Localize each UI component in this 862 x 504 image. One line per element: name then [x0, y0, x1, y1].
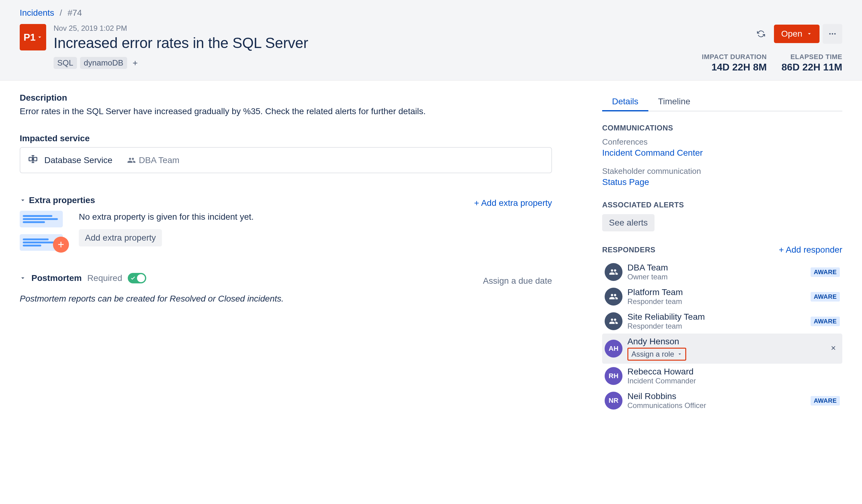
tag[interactable]: SQL [54, 57, 77, 69]
more-actions-button[interactable] [823, 24, 842, 44]
more-horizontal-icon [828, 29, 837, 38]
svg-point-2 [834, 33, 836, 35]
service-icon [28, 154, 38, 167]
elapsed-time-value: 86D 22H 11M [782, 62, 842, 73]
communications-heading: COMMUNICATIONS [602, 124, 842, 132]
responder-row[interactable]: NRNeil RobbinsCommunications OfficerAWAR… [602, 388, 842, 413]
responder-name: Andy Henson [627, 336, 840, 346]
associated-alerts-heading: ASSOCIATED ALERTS [602, 201, 842, 209]
breadcrumb-root[interactable]: Incidents [20, 8, 54, 17]
extra-properties-heading: Extra properties [29, 195, 95, 205]
incident-timestamp: Nov 25, 2019 1:02 PM [54, 24, 694, 32]
status-badge: AWARE [811, 396, 840, 406]
close-icon [830, 345, 837, 352]
responder-role: Responder team [627, 297, 806, 306]
responder-row[interactable]: DBA TeamOwner teamAWARE [602, 260, 842, 284]
service-team: DBA Team [139, 155, 180, 165]
chevron-down-icon[interactable] [20, 275, 26, 281]
postmortem-required-toggle[interactable] [128, 273, 146, 283]
user-avatar: NR [605, 392, 623, 410]
breadcrumb-id: #74 [67, 8, 82, 17]
status-badge: AWARE [811, 317, 840, 326]
user-avatar: RH [605, 367, 623, 385]
responder-name: DBA Team [627, 263, 806, 273]
check-icon [130, 275, 136, 281]
responder-row[interactable]: Platform TeamResponder teamAWARE [602, 284, 842, 309]
user-avatar: AH [605, 340, 623, 358]
refresh-icon [757, 30, 765, 38]
elapsed-time-label: ELAPSED TIME [782, 53, 842, 61]
stakeholder-label: Stakeholder communication [602, 167, 842, 176]
extra-properties-empty: No extra property is given for this inci… [79, 212, 254, 222]
responder-name: Neil Robbins [627, 392, 806, 401]
add-tag-button[interactable] [130, 58, 140, 68]
breadcrumb: Incidents / #74 [20, 8, 842, 18]
postmortem-heading: Postmortem [31, 273, 81, 283]
service-name: Database Service [44, 155, 112, 165]
svg-point-1 [832, 33, 833, 35]
impacted-service-box[interactable]: Database Service DBA Team [20, 147, 552, 173]
add-extra-property-button[interactable]: Add extra property [79, 229, 162, 247]
refresh-button[interactable] [751, 24, 771, 44]
team-avatar [605, 288, 623, 306]
responder-name: Site Reliability Team [627, 312, 806, 322]
plus-circle-icon: + [53, 237, 69, 253]
plus-icon [131, 59, 139, 67]
svg-point-0 [830, 33, 831, 35]
responder-role: Incident Commander [627, 376, 840, 385]
incident-title: Increased error rates in the SQL Server [54, 35, 694, 51]
responder-name: Platform Team [627, 287, 806, 297]
postmortem-required-label: Required [87, 273, 122, 283]
chevron-down-icon [807, 31, 812, 37]
priority-badge[interactable]: P1 [20, 24, 46, 51]
conferences-label: Conferences [602, 137, 842, 147]
assign-due-date[interactable]: Assign a due date [483, 276, 552, 286]
responder-row[interactable]: Site Reliability TeamResponder teamAWARE [602, 309, 842, 333]
chevron-down-icon [37, 35, 42, 40]
incident-command-center-link[interactable]: Incident Command Center [602, 148, 703, 158]
status-badge: AWARE [811, 292, 840, 302]
assign-role-button[interactable]: Assign a role [627, 348, 686, 361]
description-text: Error rates in the SQL Server have incre… [20, 106, 580, 116]
add-responder-link[interactable]: + Add responder [779, 245, 842, 255]
postmortem-note: Postmortem reports can be created for Re… [20, 294, 580, 304]
status-button[interactable]: Open [774, 25, 820, 43]
status-page-link[interactable]: Status Page [602, 177, 649, 187]
impact-duration-label: IMPACT DURATION [702, 53, 767, 61]
svg-point-4 [32, 158, 34, 160]
see-alerts-button[interactable]: See alerts [602, 214, 654, 231]
chevron-down-icon[interactable] [20, 197, 26, 203]
responder-row[interactable]: AHAndy HensonAssign a role [602, 333, 842, 364]
chevron-down-icon [677, 352, 682, 357]
team-avatar [605, 263, 623, 281]
remove-responder-button[interactable] [828, 342, 839, 355]
impact-duration-value: 14D 22H 8M [702, 62, 767, 73]
team-avatar [605, 312, 623, 330]
empty-state-illustration: + [20, 211, 69, 251]
responder-name: Rebecca Howard [627, 367, 840, 376]
responder-role: Owner team [627, 273, 806, 281]
responder-row[interactable]: RHRebecca HowardIncident Commander [602, 364, 842, 388]
add-extra-property-link[interactable]: + Add extra property [474, 198, 552, 208]
tag[interactable]: dynamoDB [80, 57, 127, 69]
tab-timeline[interactable]: Timeline [648, 93, 701, 111]
impacted-service-heading: Impacted service [20, 134, 580, 143]
responders-heading: RESPONDERS [602, 246, 655, 254]
tab-details[interactable]: Details [602, 93, 648, 111]
responder-role: Communications Officer [627, 401, 806, 410]
team-icon [127, 156, 136, 164]
responder-role: Responder team [627, 322, 806, 330]
status-badge: AWARE [811, 267, 840, 277]
description-heading: Description [20, 93, 580, 103]
